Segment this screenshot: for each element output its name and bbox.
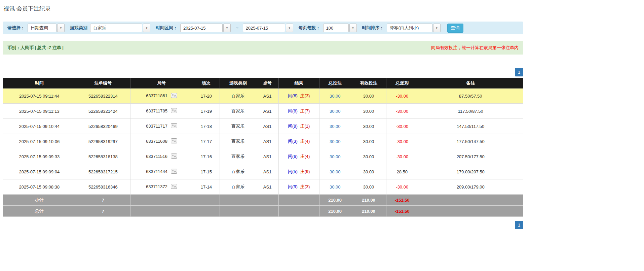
chevron-down-icon[interactable]: ▾: [286, 24, 293, 32]
page-title: 视讯 会员下注纪录: [3, 3, 523, 16]
page-1-button[interactable]: 1: [515, 221, 523, 229]
cell-session: 17-16: [193, 149, 220, 164]
table-row: 2025-07-15 09:11:13 522658321424 6337117…: [3, 104, 523, 119]
summary-row: 总计7210.00210.00-151.50: [3, 206, 523, 217]
round-id: 633711785: [146, 108, 167, 113]
cell-game-type: 百家乐: [220, 89, 256, 104]
cell-remark: 177.50/147.50: [418, 134, 523, 149]
summary-cell: 总计: [3, 206, 76, 217]
round-result-icon[interactable]: [171, 138, 177, 144]
result-banker: 庄(3): [300, 93, 310, 98]
round-id: 633711717: [146, 124, 167, 129]
cell-total-bet-link[interactable]: 30.00: [319, 134, 351, 149]
date-range-separator: ~: [236, 26, 239, 31]
cell-session: 17-15: [193, 164, 220, 179]
cell-remark: 147.50/117.50: [418, 119, 523, 134]
cell-result: 闲(6) 庄(4): [278, 149, 319, 164]
summary-row: 小计7210.00210.00-151.50: [3, 195, 523, 206]
summary-cell: 210.00: [319, 206, 351, 217]
cell-result: 闲(9) 庄(3): [278, 179, 319, 195]
round-result-icon[interactable]: [171, 108, 177, 114]
cell-round: 633711717: [130, 119, 193, 134]
date-to-input[interactable]: [243, 24, 285, 32]
column-header: 结果: [278, 78, 319, 89]
result-player: 闲(9): [288, 184, 298, 189]
summary-cell: [130, 206, 193, 217]
select-type-combo: ▾: [28, 24, 65, 32]
page-1-button[interactable]: 1: [515, 68, 523, 76]
result-banker: 庄(1): [300, 124, 310, 129]
chevron-down-icon[interactable]: ▾: [143, 24, 150, 32]
cell-session: 17-18: [193, 119, 220, 134]
cell-round: 633711516: [130, 149, 193, 164]
summary-cell: 7: [76, 195, 130, 206]
cell-round: 633711372: [130, 179, 193, 195]
chevron-down-icon[interactable]: ▾: [57, 24, 65, 32]
table-footer: 小计7210.00210.00-151.50总计7210.00210.00-15…: [3, 195, 523, 217]
title-divider: [3, 16, 523, 16]
cell-total-bet-link[interactable]: 30.00: [319, 164, 351, 179]
round-id: 633711608: [146, 139, 167, 144]
cell-total-bet-link[interactable]: 30.00: [319, 89, 351, 104]
summary-cell: [256, 206, 279, 217]
date-to-combo: ▾: [243, 24, 293, 32]
cell-bet-id: 522658322314: [76, 89, 130, 104]
cell-session: 17-19: [193, 104, 220, 119]
select-type-input[interactable]: [28, 24, 56, 32]
cell-payout: -30.00: [386, 119, 418, 134]
chevron-down-icon[interactable]: ▾: [223, 24, 231, 32]
cell-round: 633711785: [130, 104, 193, 119]
game-type-combo: ▾: [90, 24, 150, 32]
round-id: 633711516: [146, 154, 167, 159]
cell-valid-bet: 30.00: [351, 179, 386, 195]
cell-result: 闲(5) 庄(9): [278, 164, 319, 179]
cell-session: 17-14: [193, 179, 220, 195]
round-result-icon[interactable]: [171, 123, 177, 129]
cell-payout: -30.00: [386, 104, 418, 119]
cell-total-bet-link[interactable]: 30.00: [319, 149, 351, 164]
round-result-icon[interactable]: [171, 184, 177, 190]
result-banker: 庄(7): [300, 108, 310, 113]
column-header: 场次: [193, 78, 220, 89]
cell-payout: -30.00: [386, 149, 418, 164]
column-header: 桌号: [256, 78, 279, 89]
cell-round: 633711444: [130, 164, 193, 179]
round-result-icon[interactable]: [171, 93, 177, 99]
cell-total-bet-link[interactable]: 30.00: [319, 119, 351, 134]
round-result-icon[interactable]: [171, 169, 177, 175]
cell-table-no: AS1: [256, 134, 279, 149]
result-player: 闲(8): [288, 124, 298, 129]
round-id: 633711861: [146, 93, 167, 98]
chevron-down-icon[interactable]: ▾: [433, 24, 441, 32]
result-player: 闲(8): [288, 108, 298, 113]
cell-valid-bet: 30.00: [351, 164, 386, 179]
cell-time: 2025-07-15 09:09:33: [3, 149, 76, 164]
summary-cell: 210.00: [351, 206, 386, 217]
cell-total-bet-link[interactable]: 30.00: [319, 179, 351, 195]
game-type-input[interactable]: [90, 24, 142, 32]
cell-total-bet-link[interactable]: 30.00: [319, 104, 351, 119]
result-player: 闲(5): [288, 169, 298, 174]
result-banker: 庄(4): [300, 154, 310, 159]
cell-remark: 209.00/179.00: [418, 179, 523, 195]
valid-bet-notice: 同局有效投注，统一计算在该局第一张注单内: [431, 45, 519, 51]
page-size-input[interactable]: [323, 24, 349, 32]
time-sort-input[interactable]: [387, 24, 432, 32]
search-button[interactable]: 查询: [447, 24, 463, 33]
cell-result: 闲(8) 庄(1): [278, 119, 319, 134]
summary-cell: [418, 195, 523, 206]
result-banker: 庄(4): [300, 139, 310, 144]
summary-cell: [418, 206, 523, 217]
time-sort-label: 时间排序：: [362, 25, 384, 31]
result-banker: 庄(3): [300, 184, 310, 189]
cell-bet-id: 522658317215: [76, 164, 130, 179]
cell-bet-id: 522658318138: [76, 149, 130, 164]
cell-time: 2025-07-15 09:08:38: [3, 179, 76, 195]
chevron-down-icon[interactable]: ▾: [349, 24, 357, 32]
cell-game-type: 百家乐: [220, 149, 256, 164]
select-type-label: 请选择：: [7, 25, 25, 31]
date-from-input[interactable]: [180, 24, 223, 32]
page-container: 视讯 会员下注纪录 请选择： ▾ 游戏类别 ▾ 时间区间： ▾ ~ ▾ 每页笔数…: [3, 3, 523, 229]
cell-payout: -30.00: [386, 179, 418, 195]
round-result-icon[interactable]: [171, 154, 177, 160]
